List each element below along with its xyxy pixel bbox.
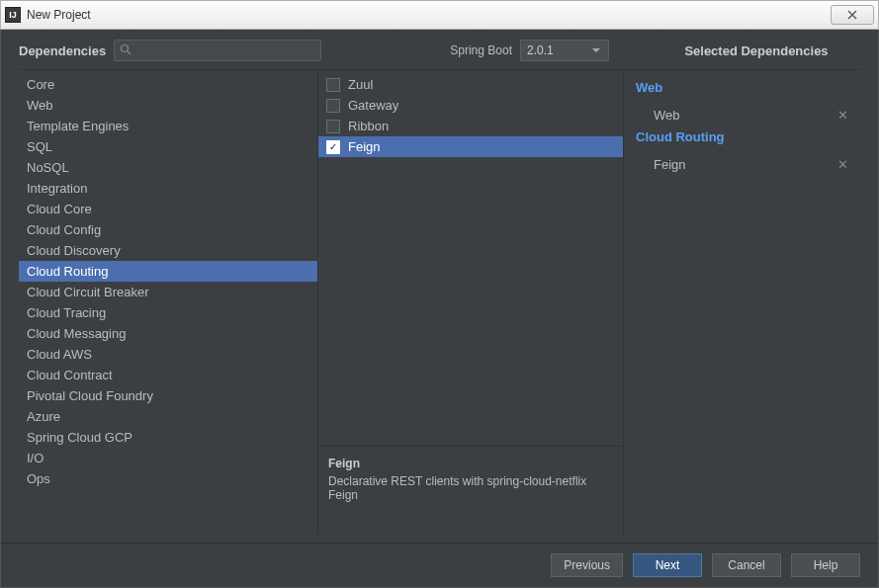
dependency-item[interactable]: Gateway — [318, 95, 623, 116]
dependency-item[interactable]: ✓Feign — [318, 136, 623, 157]
close-icon — [846, 10, 858, 20]
dependency-label: Zuul — [348, 77, 373, 92]
footer: Previous Next Cancel Help — [1, 543, 878, 587]
dependency-item[interactable]: Zuul — [318, 74, 623, 95]
category-item[interactable]: Cloud Messaging — [19, 323, 317, 344]
topbar: Dependencies Spring Boot 2.0.1 Selected … — [1, 30, 878, 69]
description-title: Feign — [328, 457, 613, 470]
category-item[interactable]: Integration — [19, 178, 317, 199]
category-list: CoreWebTemplate EnginesSQLNoSQLIntegrati… — [19, 69, 317, 535]
category-item[interactable]: Cloud Config — [19, 219, 317, 240]
category-item[interactable]: Cloud Tracing — [19, 302, 317, 323]
springboot-value: 2.0.1 — [527, 43, 554, 57]
selected-item-label: Feign — [654, 157, 686, 172]
next-button[interactable]: Next — [633, 553, 702, 577]
checkbox[interactable] — [326, 120, 340, 133]
selected-item[interactable]: Feign✕ — [636, 154, 860, 175]
category-item[interactable]: Template Engines — [19, 116, 317, 136]
search-wrap — [114, 40, 321, 61]
dependency-pane: ZuulGatewayRibbon✓Feign Feign Declarativ… — [317, 69, 624, 535]
selected-pane: WebWeb✕Cloud RoutingFeign✕ — [624, 69, 860, 535]
dependency-label: Ribbon — [348, 119, 389, 133]
category-item[interactable]: Pivotal Cloud Foundry — [19, 385, 317, 406]
category-item[interactable]: Web — [19, 95, 317, 116]
category-item[interactable]: Cloud Core — [19, 199, 317, 219]
search-input[interactable] — [114, 40, 321, 61]
dependencies-header: Dependencies — [19, 43, 106, 58]
checkbox[interactable]: ✓ — [326, 140, 340, 154]
titlebar: IJ New Project — [0, 0, 879, 30]
springboot-label: Spring Boot — [450, 43, 512, 57]
remove-icon[interactable]: ✕ — [832, 108, 854, 123]
category-item[interactable]: I/O — [19, 448, 317, 468]
selected-group-header: Cloud Routing — [636, 126, 860, 148]
checkbox[interactable] — [326, 99, 340, 113]
dependency-description: Feign Declarative REST clients with spri… — [318, 446, 623, 535]
category-item[interactable]: Cloud Discovery — [19, 240, 317, 261]
dependency-label: Gateway — [348, 98, 398, 113]
selected-item[interactable]: Web✕ — [636, 105, 860, 126]
selected-dependencies-header: Selected Dependencies — [653, 43, 860, 58]
category-item[interactable]: Spring Cloud GCP — [19, 427, 317, 448]
dialog-body: Dependencies Spring Boot 2.0.1 Selected … — [0, 30, 879, 588]
window-close-button[interactable] — [831, 5, 874, 25]
category-item[interactable]: Azure — [19, 406, 317, 427]
category-item[interactable]: Cloud Contract — [19, 365, 317, 385]
app-icon: IJ — [5, 7, 21, 23]
category-item[interactable]: Cloud Routing — [19, 261, 317, 282]
dependency-item[interactable]: Ribbon — [318, 116, 623, 136]
category-item[interactable]: Ops — [19, 468, 317, 489]
help-button[interactable]: Help — [791, 553, 860, 577]
selected-group-header: Web — [636, 76, 860, 99]
dependency-list: ZuulGatewayRibbon✓Feign — [318, 70, 623, 446]
remove-icon[interactable]: ✕ — [832, 157, 854, 172]
cancel-button[interactable]: Cancel — [712, 553, 781, 577]
category-item[interactable]: Cloud AWS — [19, 344, 317, 365]
dependency-label: Feign — [348, 139, 381, 154]
selected-item-label: Web — [654, 108, 680, 123]
category-item[interactable]: NoSQL — [19, 157, 317, 178]
previous-button[interactable]: Previous — [551, 553, 623, 577]
category-item[interactable]: Core — [19, 74, 317, 95]
description-body: Declarative REST clients with spring-clo… — [328, 474, 613, 502]
springboot-select[interactable]: 2.0.1 — [520, 40, 609, 61]
category-item[interactable]: SQL — [19, 136, 317, 157]
window-title: New Project — [27, 8, 91, 22]
category-item[interactable]: Cloud Circuit Breaker — [19, 282, 317, 302]
checkbox[interactable] — [326, 78, 340, 92]
